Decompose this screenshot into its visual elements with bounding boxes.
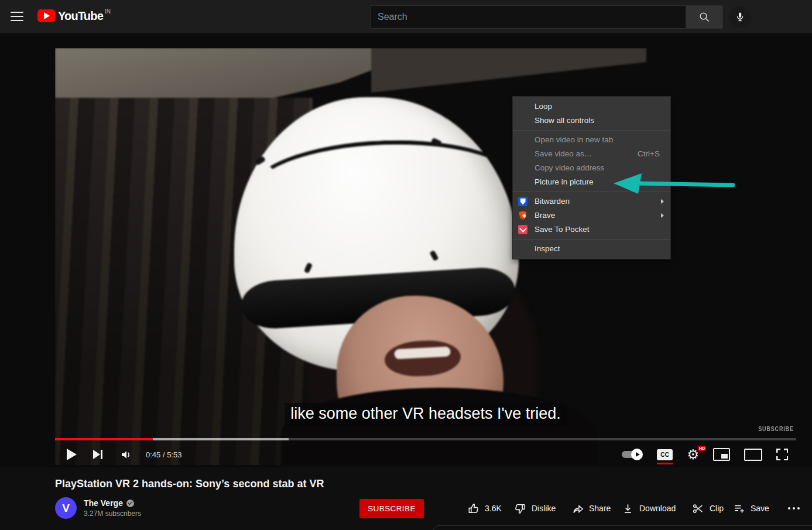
menu-separator (513, 130, 670, 131)
hamburger-menu-icon[interactable] (11, 12, 23, 21)
playlist-add-icon (733, 502, 745, 515)
hd-quality-badge: HD (698, 446, 706, 451)
menu-item-open-video-new-tab: Open video in new tab (513, 133, 670, 147)
autoplay-knob-icon (631, 449, 643, 460)
subtitles-button[interactable]: CC (657, 449, 673, 460)
like-count: 3.6K (485, 504, 502, 513)
search-bar (370, 5, 723, 29)
action-bar: 3.6K Dislike Share Download (0, 498, 812, 519)
menu-item-inspect[interactable]: Inspect (513, 242, 670, 256)
video-title: PlayStation VR 2 hands-on: Sony’s second… (55, 478, 617, 490)
menu-separator (513, 239, 670, 240)
settings-button[interactable]: ⚙ HD (687, 448, 699, 461)
menu-item-brave[interactable]: Brave (513, 208, 670, 223)
download-button[interactable]: Download (622, 498, 676, 519)
more-options-icon[interactable] (788, 507, 790, 510)
volume-button[interactable] (120, 450, 133, 460)
autoplay-toggle[interactable] (622, 450, 643, 459)
player-stage: like some other VR headsets I've tried. … (0, 33, 812, 467)
youtube-watch-page: YouTube IN (0, 0, 812, 530)
menu-item-save-to-pocket[interactable]: Save To Pocket (513, 223, 670, 237)
menu-item-save-video-as: Save video as… Ctrl+S (513, 147, 670, 161)
search-button[interactable] (686, 5, 723, 29)
player-controls-left: 0:45 / 5:53 (67, 444, 181, 465)
menu-item-picture-in-picture[interactable]: Picture in picture (513, 175, 670, 189)
fullscreen-button[interactable] (776, 449, 788, 460)
dislike-label: Dislike (532, 504, 556, 513)
clip-label: Clip (710, 504, 724, 513)
save-label: Save (751, 504, 769, 513)
cc-icon: CC (660, 452, 669, 458)
clip-button[interactable]: Clip (692, 498, 724, 519)
closed-caption-text: like some other VR headsets I've tried. (285, 403, 566, 426)
shortcut-label: Ctrl+S (638, 147, 660, 161)
theater-mode-button[interactable] (744, 449, 762, 461)
progress-played (55, 438, 153, 440)
share-button[interactable]: Share (571, 498, 611, 519)
bitwarden-icon (518, 197, 527, 206)
scissors-icon (692, 502, 704, 515)
thumbs-up-icon (467, 502, 479, 515)
player-controls-right: CC ⚙ HD (622, 444, 788, 465)
voice-search-button[interactable] (729, 6, 751, 28)
top-header: YouTube IN (0, 0, 812, 33)
menu-item-loop[interactable]: Loop (513, 100, 670, 114)
youtube-play-icon (37, 9, 56, 22)
region-code: IN (105, 8, 111, 15)
next-button[interactable] (93, 450, 102, 459)
mic-icon (734, 11, 746, 23)
submenu-caret-icon (661, 213, 664, 218)
share-icon (571, 502, 584, 515)
search-icon (698, 11, 710, 23)
play-button[interactable] (67, 449, 77, 460)
video-player[interactable]: like some other VR headsets I've tried. … (55, 48, 796, 465)
channel-watermark[interactable]: SUBSCRIBE (758, 425, 794, 432)
miniplayer-button[interactable] (713, 448, 730, 461)
speaker-icon (120, 450, 133, 460)
download-label: Download (639, 504, 676, 513)
submenu-caret-icon (661, 199, 664, 204)
menu-separator (513, 192, 670, 192)
like-button[interactable]: 3.6K (467, 498, 502, 519)
context-menu: Loop Show all controls Open video in new… (512, 96, 671, 259)
download-icon (622, 502, 634, 515)
youtube-wordmark: YouTube (58, 9, 103, 22)
scene-ceiling-right (371, 48, 646, 95)
pocket-icon (518, 225, 527, 234)
share-label: Share (589, 504, 611, 513)
thumbs-down-icon (514, 502, 526, 515)
description-box-edge (433, 525, 812, 530)
save-button[interactable]: Save (733, 498, 769, 519)
gear-icon: ⚙ (687, 447, 699, 462)
search-input[interactable] (370, 5, 686, 29)
dislike-button[interactable]: Dislike (514, 498, 556, 519)
menu-item-bitwarden[interactable]: Bitwarden (513, 194, 670, 208)
menu-item-show-all-controls[interactable]: Show all controls (513, 114, 670, 128)
time-display: 0:45 / 5:53 (146, 450, 181, 459)
youtube-logo[interactable]: YouTube IN (37, 9, 111, 22)
progress-bar[interactable] (55, 438, 796, 440)
menu-item-copy-video-address: Copy video address (513, 161, 670, 175)
brave-icon (518, 211, 527, 220)
